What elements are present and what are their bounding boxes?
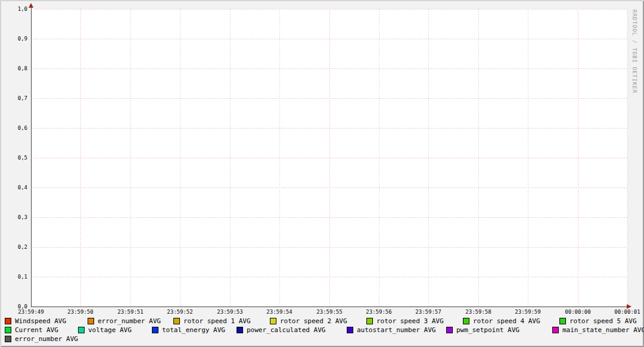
legend-swatch bbox=[552, 327, 559, 333]
legend-swatch bbox=[152, 327, 158, 333]
y-tick-label: 0,4 bbox=[4, 184, 27, 191]
rrdtool-graph: 1,00,90,80,70,60,50,40,30,20,10,0 23:59:… bbox=[0, 0, 644, 347]
legend-label: pwm_setpoint AVG bbox=[456, 326, 519, 334]
x-grid-line bbox=[379, 9, 379, 307]
legend-label: voltage AVG bbox=[88, 326, 132, 334]
legend-swatch bbox=[78, 327, 85, 333]
y-tick-label: 0,1 bbox=[4, 273, 27, 280]
x-grid-line bbox=[130, 9, 131, 307]
x-tick-label: 23:59:55 bbox=[309, 308, 350, 315]
legend-swatch bbox=[5, 336, 11, 342]
legend-swatch bbox=[347, 327, 353, 333]
legend-label: power_calculated AVG bbox=[247, 326, 325, 334]
legend-label: Current AVG bbox=[15, 326, 58, 334]
legend-swatch bbox=[270, 318, 276, 324]
legend-swatch bbox=[559, 318, 566, 324]
y-tick-label: 0,5 bbox=[4, 154, 27, 161]
x-grid-line bbox=[478, 9, 479, 307]
legend-swatch bbox=[5, 327, 11, 333]
x-grid-line bbox=[230, 9, 231, 307]
legend-swatch bbox=[366, 318, 373, 324]
legend-label: main_state_number AVG bbox=[562, 326, 644, 334]
legend-label: rotor speed 1 AVG bbox=[183, 317, 251, 325]
legend-item: pwm_setpoint AVG bbox=[446, 326, 519, 333]
x-grid-line bbox=[428, 9, 429, 307]
x-tick-label: 23:59:54 bbox=[259, 308, 300, 315]
y-tick-label: 0,7 bbox=[4, 95, 27, 102]
legend-label: autostart_number AVG bbox=[357, 326, 435, 334]
legend-item: Current AVG bbox=[5, 326, 58, 333]
legend-item: voltage AVG bbox=[78, 326, 132, 333]
legend-item: main_state_number AVG bbox=[552, 326, 644, 333]
legend-label: error_number AVG bbox=[15, 335, 78, 343]
legend-label: total_energy AVG bbox=[162, 326, 225, 334]
x-grid-line bbox=[279, 9, 280, 307]
legend-label: rotor speed 3 AVG bbox=[377, 317, 444, 325]
y-axis-line bbox=[31, 5, 32, 307]
legend-swatch bbox=[463, 318, 469, 324]
x-grid-line bbox=[627, 9, 628, 307]
x-tick-label: 23:59:51 bbox=[110, 308, 151, 315]
y-tick-label: 0,2 bbox=[4, 243, 27, 251]
legend-item: autostart_number AVG bbox=[347, 326, 435, 333]
y-tick-label: 1,0 bbox=[4, 5, 27, 12]
legend-item: Windspeed AVG bbox=[5, 317, 66, 324]
y-tick-label: 0,8 bbox=[4, 65, 27, 72]
legend-item: error_number AVG bbox=[5, 335, 78, 342]
x-axis-line bbox=[31, 307, 627, 307]
y-tick-label: 0,6 bbox=[4, 124, 27, 132]
x-grid-line bbox=[578, 9, 578, 307]
x-tick-label: 23:59:58 bbox=[458, 308, 499, 315]
legend-swatch bbox=[237, 327, 243, 333]
x-grid-line bbox=[528, 9, 528, 307]
x-tick-label: 23:59:52 bbox=[159, 308, 201, 315]
legend-label: rotor speed 5 AVG bbox=[570, 317, 637, 325]
watermark-text: RRDTOOL / TOBI OETIKER bbox=[631, 10, 637, 93]
legend-swatch bbox=[88, 318, 94, 324]
legend-item: rotor speed 4 AVG bbox=[463, 317, 540, 324]
y-axis-arrow-icon bbox=[29, 3, 33, 8]
y-tick-label: 0,9 bbox=[4, 35, 27, 42]
x-tick-label: 23:59:56 bbox=[358, 308, 400, 315]
legend-swatch bbox=[173, 318, 180, 324]
x-tick-label: 23:59:49 bbox=[10, 308, 52, 315]
x-tick-label: 23:59:57 bbox=[407, 308, 449, 315]
x-tick-label: 23:59:53 bbox=[209, 308, 251, 315]
legend-label: rotor speed 4 AVG bbox=[473, 317, 540, 325]
legend-swatch bbox=[5, 318, 11, 324]
legend-swatch bbox=[446, 327, 453, 333]
legend-label: rotor speed 2 AVG bbox=[280, 317, 347, 325]
x-tick-label: 23:59:50 bbox=[60, 308, 101, 315]
legend-item: rotor speed 2 AVG bbox=[270, 317, 347, 324]
legend-item: power_calculated AVG bbox=[237, 326, 325, 333]
y-tick-label: 0,3 bbox=[4, 214, 27, 221]
x-tick-label: 00:00:01 bbox=[606, 308, 644, 315]
x-grid-line bbox=[180, 9, 181, 307]
legend-item: rotor speed 3 AVG bbox=[366, 317, 444, 324]
legend-item: total_energy AVG bbox=[152, 326, 225, 333]
legend-item: error_number AVG bbox=[88, 317, 161, 324]
x-grid-line bbox=[80, 9, 81, 307]
x-tick-label: 00:00:00 bbox=[557, 308, 599, 315]
legend-label: Windspeed AVG bbox=[15, 317, 66, 325]
x-grid-line bbox=[329, 9, 330, 307]
legend-label: error_number AVG bbox=[98, 317, 161, 325]
legend-item: rotor speed 5 AVG bbox=[559, 317, 637, 324]
legend-item: rotor speed 1 AVG bbox=[173, 317, 251, 324]
x-tick-label: 23:59:59 bbox=[507, 308, 549, 315]
